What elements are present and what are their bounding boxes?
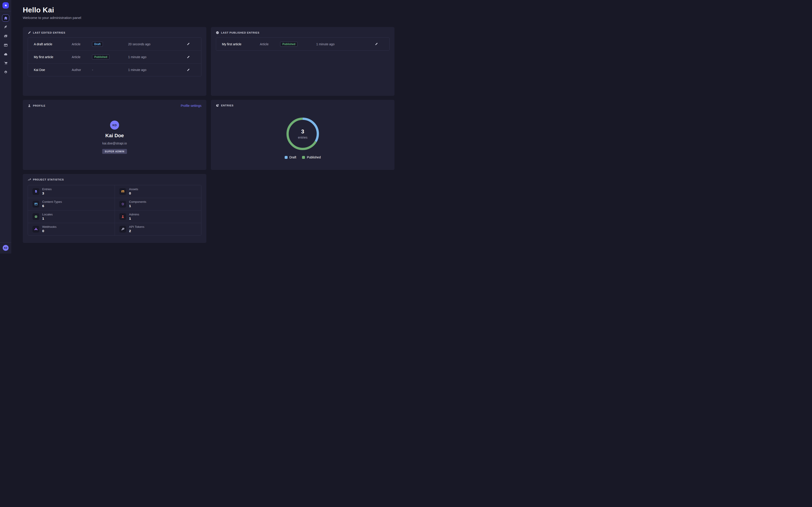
cloud-icon bbox=[4, 52, 8, 56]
table-row[interactable]: My first article Article Published 1 min… bbox=[216, 38, 389, 51]
page-header: Hello Kai Welcome to your administration… bbox=[23, 6, 395, 20]
feather-icon bbox=[4, 25, 8, 29]
card-title: PROFILE bbox=[33, 104, 45, 107]
pencil-icon bbox=[187, 68, 190, 71]
card-title: PROJECT STATISTICS bbox=[33, 178, 64, 181]
user-avatar[interactable]: KD bbox=[3, 245, 9, 251]
legend-label: Published bbox=[307, 156, 321, 159]
profile-email: kai.doe@strapi.io bbox=[102, 142, 127, 145]
stat-label: Components bbox=[129, 200, 146, 204]
stat-api-tokens: API Tokens2 bbox=[114, 223, 201, 235]
sidebar-bottom-divider bbox=[0, 242, 11, 242]
entry-type: Author bbox=[72, 68, 92, 72]
pencil-icon bbox=[187, 43, 190, 46]
pencil-icon bbox=[375, 43, 378, 46]
edit-entry-button[interactable] bbox=[187, 68, 190, 71]
stat-label: Entries bbox=[42, 187, 52, 191]
legend-item-draft: Draft bbox=[285, 156, 296, 159]
stat-value: 3 bbox=[42, 191, 52, 195]
check-circle-icon bbox=[216, 31, 219, 34]
entries-count: 3 bbox=[301, 128, 304, 135]
entries-donut-chart: 3 entries bbox=[286, 117, 320, 151]
last-published-table: My first article Article Published 1 min… bbox=[216, 38, 390, 51]
stat-label: API Tokens bbox=[129, 225, 144, 228]
layout-icon bbox=[4, 43, 8, 47]
stat-entries: Entries3 bbox=[28, 185, 114, 198]
entry-time: 20 seconds ago bbox=[128, 42, 181, 46]
published-swatch bbox=[302, 156, 305, 159]
home-icon bbox=[4, 16, 8, 20]
webhook-icon bbox=[33, 226, 39, 233]
table-row[interactable]: Kai Doe Author - 1 minute ago bbox=[28, 63, 201, 76]
table-row[interactable]: My first article Article Published 1 min… bbox=[28, 51, 201, 63]
stats-grid: Entries3 Assets0 Content-Types6 bbox=[28, 185, 201, 235]
window-icon bbox=[33, 201, 39, 208]
table-row[interactable]: A draft article Article Draft 20 seconds… bbox=[28, 38, 201, 51]
user-icon bbox=[119, 213, 126, 220]
stat-value: 1 bbox=[129, 217, 139, 221]
sidebar-item-settings[interactable] bbox=[2, 68, 9, 76]
entry-time: 1 minute ago bbox=[316, 42, 369, 46]
status-badge: Draft bbox=[92, 42, 103, 47]
card-title: LAST PUBLISHED ENTRIES bbox=[221, 31, 259, 34]
stat-value: 0 bbox=[129, 191, 138, 195]
edit-entry-button[interactable] bbox=[187, 43, 190, 46]
stat-value: 1 bbox=[129, 204, 146, 208]
legend-item-published: Published bbox=[302, 156, 321, 159]
stat-value: 2 bbox=[129, 229, 144, 233]
gear-icon bbox=[4, 70, 8, 74]
sidebar-item-home[interactable] bbox=[2, 14, 9, 22]
nodes-icon bbox=[119, 201, 126, 208]
stat-locales: Locales1 bbox=[28, 210, 114, 223]
chart-pie-icon bbox=[216, 104, 219, 107]
sidebar-item-deploy[interactable] bbox=[2, 51, 9, 58]
stat-label: Content-Types bbox=[42, 200, 62, 204]
entry-time: 1 minute ago bbox=[128, 55, 181, 59]
trend-up-icon bbox=[28, 178, 31, 181]
edit-entry-button[interactable] bbox=[187, 56, 190, 59]
main-content: Hello Kai Welcome to your administration… bbox=[11, 0, 406, 253]
sidebar-item-content-manager[interactable] bbox=[2, 23, 9, 31]
last-edited-entries-card: LAST EDITED ENTRIES A draft article Arti… bbox=[23, 27, 206, 96]
draft-swatch bbox=[285, 156, 288, 159]
project-statistics-card: PROJECT STATISTICS Entries3 Assets0 bbox=[23, 174, 206, 243]
entries-chart-card: ENTRIES 3 entries bbox=[211, 100, 395, 170]
picture-icon bbox=[119, 188, 126, 195]
sidebar-item-marketplace[interactable] bbox=[2, 59, 9, 67]
stat-value: 0 bbox=[42, 229, 57, 233]
person-icon bbox=[28, 104, 31, 107]
card-title: ENTRIES bbox=[221, 104, 234, 107]
page-title: Hello Kai bbox=[23, 6, 395, 14]
key-icon bbox=[119, 226, 126, 233]
widget-grid: LAST EDITED ENTRIES A draft article Arti… bbox=[23, 27, 395, 243]
status-badge: Published bbox=[92, 55, 109, 59]
globe-icon bbox=[33, 213, 39, 220]
entry-name: Kai Doe bbox=[34, 68, 72, 72]
stat-value: 6 bbox=[42, 204, 62, 208]
stat-content-types: Content-Types6 bbox=[28, 198, 114, 211]
images-icon bbox=[4, 34, 8, 38]
status-badge: Published bbox=[280, 42, 298, 47]
stat-admins: Admins1 bbox=[114, 210, 201, 223]
stat-label: Webhooks bbox=[42, 225, 57, 228]
profile-card: PROFILE Profile settings KD Kai Doe kai.… bbox=[23, 100, 206, 170]
entry-time: 1 minute ago bbox=[128, 68, 181, 72]
last-edited-table: A draft article Article Draft 20 seconds… bbox=[28, 38, 201, 76]
entries-count-label: entries bbox=[298, 136, 307, 139]
stat-components: Components1 bbox=[114, 198, 201, 211]
edit-entry-button[interactable] bbox=[375, 43, 378, 46]
stat-webhooks: Webhooks0 bbox=[28, 223, 114, 235]
sidebar-item-media-library[interactable] bbox=[2, 33, 9, 40]
strapi-logo-icon[interactable] bbox=[2, 2, 9, 9]
pencil-icon bbox=[187, 56, 190, 59]
entry-type: Article bbox=[260, 42, 280, 46]
card-title: LAST EDITED ENTRIES bbox=[33, 31, 65, 34]
entry-type: Article bbox=[72, 55, 92, 59]
entry-name: My first article bbox=[222, 42, 260, 46]
profile-settings-link[interactable]: Profile settings bbox=[181, 104, 201, 108]
stat-label: Admins bbox=[129, 213, 139, 216]
entry-type: Article bbox=[72, 42, 92, 46]
sidebar-item-content-type-builder[interactable] bbox=[2, 42, 9, 49]
sidebar-divider bbox=[0, 11, 11, 11]
role-badge: SUPER ADMIN bbox=[102, 149, 127, 154]
